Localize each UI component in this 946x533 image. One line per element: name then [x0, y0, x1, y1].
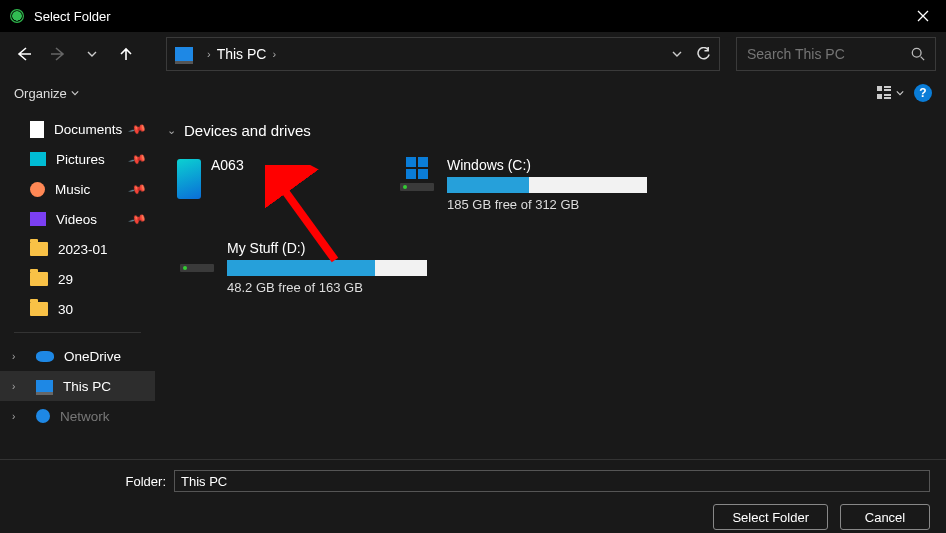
search-input[interactable]: [747, 46, 897, 62]
up-button[interactable]: [112, 40, 140, 68]
search-icon[interactable]: [911, 47, 925, 61]
svg-rect-2: [877, 86, 882, 91]
folder-input[interactable]: [174, 470, 930, 492]
help-icon[interactable]: ?: [914, 84, 932, 102]
device-drive[interactable]: Windows (C:)185 GB free of 312 GB: [393, 153, 653, 216]
net-icon: [36, 409, 50, 423]
close-button[interactable]: [900, 0, 946, 32]
chevron-right-icon: ›: [12, 351, 22, 362]
folder-icon: [30, 272, 48, 286]
sidebar-item-label: Network: [60, 409, 110, 424]
chevron-down-icon: [896, 89, 904, 97]
drive-icon: [400, 183, 434, 191]
svg-rect-5: [877, 94, 882, 99]
chevron-down-icon: [71, 89, 79, 97]
recent-dropdown[interactable]: [78, 40, 106, 68]
device-name: A063: [211, 157, 369, 173]
svg-rect-3: [884, 86, 891, 88]
sidebar-item-network[interactable]: ›Network: [0, 401, 155, 431]
windows-logo-icon: [406, 157, 428, 179]
sidebar-item-30[interactable]: 30: [0, 294, 155, 324]
chevron-down-icon: ⌄: [167, 124, 176, 137]
content-pane[interactable]: ⌄ Devices and drives A063Windows (C:)185…: [155, 110, 946, 459]
music-icon: [30, 182, 45, 197]
sidebar-item-this-pc[interactable]: ›This PC: [0, 371, 155, 401]
search-bar[interactable]: [736, 37, 936, 71]
pin-icon: 📌: [128, 149, 148, 169]
breadcrumb-sep-icon: ›: [272, 48, 276, 60]
sidebar-item-videos[interactable]: Videos📌: [0, 204, 155, 234]
folder-icon: [30, 302, 48, 316]
organize-menu[interactable]: Organize: [14, 86, 79, 101]
view-options-button[interactable]: [876, 85, 904, 101]
sidebar-divider: [14, 332, 141, 333]
breadcrumb-location[interactable]: This PC: [217, 46, 267, 62]
device-phone[interactable]: A063: [173, 153, 373, 216]
sidebar-item-2023-01[interactable]: 2023-01: [0, 234, 155, 264]
group-title: Devices and drives: [184, 122, 311, 139]
svg-rect-4: [884, 89, 891, 91]
pin-icon: 📌: [128, 119, 148, 139]
footer: Folder: Select Folder Cancel: [0, 459, 946, 533]
app-icon: [8, 7, 26, 25]
sidebar-item-label: Videos: [56, 212, 97, 227]
sidebar-item-label: Pictures: [56, 152, 105, 167]
drive-name: Windows (C:): [447, 157, 649, 173]
address-dropdown-icon[interactable]: [672, 49, 682, 59]
svg-rect-7: [884, 97, 891, 99]
sidebar-item-pictures[interactable]: Pictures📌: [0, 144, 155, 174]
forward-button[interactable]: [44, 40, 72, 68]
folder-field-label: Folder:: [16, 474, 166, 489]
sidebar-item-label: Documents: [54, 122, 122, 137]
cancel-button[interactable]: Cancel: [840, 504, 930, 530]
back-button[interactable]: [10, 40, 38, 68]
cloud-icon: [36, 351, 54, 362]
sidebar: Documents📌Pictures📌Music📌Videos📌2023-012…: [0, 110, 155, 459]
view-icon: [876, 85, 892, 101]
address-bar[interactable]: › This PC ›: [166, 37, 720, 71]
drive-usage-meter: [227, 260, 427, 276]
sidebar-item-label: 29: [58, 272, 73, 287]
drive-free-text: 185 GB free of 312 GB: [447, 197, 649, 212]
drive-usage-meter: [447, 177, 647, 193]
drive-name: My Stuff (D:): [227, 240, 429, 256]
svg-rect-6: [884, 94, 891, 96]
sidebar-item-label: This PC: [63, 379, 111, 394]
sidebar-item-label: Music: [55, 182, 90, 197]
pic-icon: [30, 152, 46, 166]
organize-label: Organize: [14, 86, 67, 101]
toolbar: Organize ?: [0, 76, 946, 110]
device-drive[interactable]: My Stuff (D:)48.2 GB free of 163 GB: [173, 236, 433, 299]
pc-icon: [175, 47, 193, 61]
main-area: Documents📌Pictures📌Music📌Videos📌2023-012…: [0, 110, 946, 459]
sidebar-item-label: OneDrive: [64, 349, 121, 364]
pin-icon: 📌: [128, 179, 148, 199]
folder-icon: [30, 242, 48, 256]
refresh-icon[interactable]: [696, 47, 711, 62]
group-header[interactable]: ⌄ Devices and drives: [159, 118, 942, 143]
svg-point-1: [912, 48, 921, 57]
breadcrumb-sep-icon: ›: [207, 48, 211, 60]
pin-icon: 📌: [128, 209, 148, 229]
doc-icon: [30, 121, 44, 138]
titlebar: Select Folder: [0, 0, 946, 32]
pc-icon: [36, 380, 53, 392]
sidebar-item-documents[interactable]: Documents📌: [0, 114, 155, 144]
drive-free-text: 48.2 GB free of 163 GB: [227, 280, 429, 295]
window-title: Select Folder: [34, 9, 111, 24]
sidebar-item-label: 2023-01: [58, 242, 108, 257]
sidebar-item-onedrive[interactable]: ›OneDrive: [0, 341, 155, 371]
sidebar-item-music[interactable]: Music📌: [0, 174, 155, 204]
drive-icon: [180, 264, 214, 272]
phone-icon: [177, 159, 201, 199]
navbar: › This PC ›: [0, 32, 946, 76]
sidebar-item-29[interactable]: 29: [0, 264, 155, 294]
sidebar-item-label: 30: [58, 302, 73, 317]
select-folder-button[interactable]: Select Folder: [713, 504, 828, 530]
chevron-right-icon: ›: [12, 411, 22, 422]
video-icon: [30, 212, 46, 226]
chevron-right-icon: ›: [12, 381, 22, 392]
